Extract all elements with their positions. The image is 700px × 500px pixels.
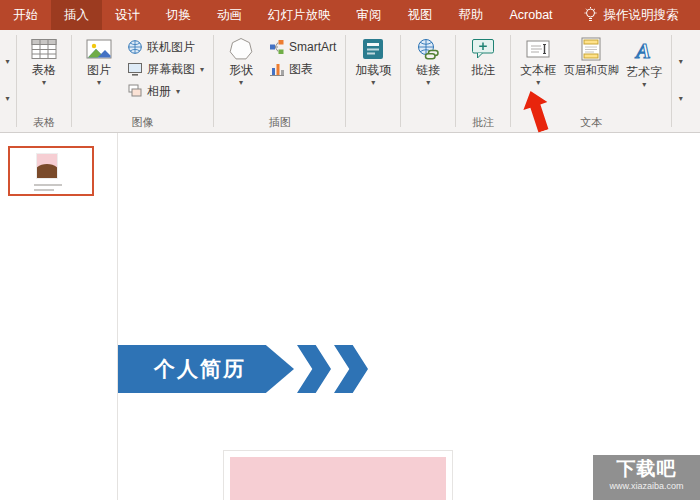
tab-help[interactable]: 帮助: [446, 0, 497, 30]
tab-insert[interactable]: 插入: [51, 0, 102, 30]
group-divider: [345, 35, 346, 127]
textbox-button[interactable]: 文本框 ▾: [515, 32, 561, 86]
watermark-title: 下载吧: [593, 458, 700, 480]
ribbon-group-illustrations: 形状 ▾ SmartArt 图表: [215, 30, 344, 132]
pictures-button-label: 图片: [87, 63, 111, 77]
caret-down-icon: ▾: [42, 79, 46, 86]
table-button[interactable]: 表格 ▾: [21, 32, 67, 86]
slide-thumbnail-panel: [0, 133, 118, 500]
links-button-label: 链接: [416, 63, 440, 77]
ribbon-tab-bar: 开始 插入 设计 切换 动画 幻灯片放映 审阅 视图 帮助 Acrobat 操作…: [0, 0, 700, 30]
screenshot-label: 屏幕截图: [147, 61, 195, 78]
thumbnail-portrait: [36, 153, 58, 179]
online-pictures-icon: [127, 39, 143, 55]
group-divider: [16, 35, 17, 127]
group-label-addins: [350, 115, 396, 132]
group-label-comments: 批注: [460, 115, 506, 132]
photo-album-button[interactable]: 相册 ▾: [122, 80, 209, 102]
wordart-button-label: 艺术字: [626, 65, 662, 79]
portrait-image[interactable]: [224, 451, 452, 500]
tab-transitions[interactable]: 切换: [153, 0, 204, 30]
caret-down-icon: ▾: [176, 88, 180, 95]
shapes-button[interactable]: 形状 ▾: [218, 32, 264, 86]
banner-title-text: 个人简历: [154, 355, 246, 383]
resume-title-banner[interactable]: 个人简历: [118, 345, 368, 393]
online-pictures-label: 联机图片: [147, 39, 195, 56]
slide-canvas[interactable]: 个人简历 下载吧 www.xiazaiba.com: [118, 133, 700, 500]
pictures-button[interactable]: 图片 ▾: [76, 32, 122, 86]
photo-album-icon: [127, 83, 143, 99]
group-divider: [510, 35, 511, 127]
screenshot-icon: [127, 61, 143, 77]
addins-button-label: 加载项: [355, 63, 391, 77]
caret-down-icon: ▾: [239, 79, 243, 86]
chart-icon: [269, 61, 285, 77]
new-comment-button[interactable]: 批注: [460, 32, 506, 77]
addins-button[interactable]: 加载项 ▾: [350, 32, 396, 86]
tab-animations[interactable]: 动画: [204, 0, 255, 30]
watermark-url: www.xiazaiba.com: [593, 480, 700, 492]
banner-arrow-shape[interactable]: 个人简历: [118, 345, 294, 393]
wordart-icon: A: [631, 37, 657, 63]
thumbnail-text-line: [34, 184, 62, 186]
header-footer-icon: [578, 37, 604, 61]
lightbulb-icon: [584, 7, 597, 23]
caret-down-icon: ▾: [371, 79, 375, 86]
tab-slideshow[interactable]: 幻灯片放映: [255, 0, 344, 30]
caret-down-icon: ▾: [642, 81, 646, 88]
group-label-illustrations: 插图: [218, 115, 341, 132]
ribbon-group-comments: 批注 批注: [457, 30, 509, 132]
caret-down-icon: ▾: [426, 79, 430, 86]
content-area: 个人简历 下载吧 www.xiazaiba.com: [0, 133, 700, 500]
tab-home[interactable]: 开始: [0, 0, 51, 30]
picture-icon: [86, 37, 112, 61]
banner-chevron-shape[interactable]: [334, 345, 368, 393]
ribbon-group-images: 图片 ▾ 联机图片 屏幕截图 ▾: [73, 30, 212, 132]
links-button[interactable]: 链接 ▾: [405, 32, 451, 86]
group-label-links: [405, 115, 451, 132]
tell-me-search[interactable]: 操作说明搜索: [574, 0, 689, 30]
caret-down-icon: ▾: [97, 79, 101, 86]
chart-label: 图表: [289, 61, 313, 78]
clipped-left-group[interactable]: ▾ ▾: [0, 30, 15, 132]
thumbnail-portrait-hair: [36, 164, 58, 179]
group-divider: [213, 35, 214, 127]
comment-icon: [470, 37, 496, 61]
shapes-icon: [228, 37, 254, 61]
caret-down-icon: ▾: [679, 58, 683, 65]
watermark: 下载吧 www.xiazaiba.com: [593, 455, 700, 500]
ribbon-group-links: 链接 ▾: [402, 30, 454, 132]
smartart-button[interactable]: SmartArt: [264, 36, 341, 58]
group-divider: [71, 35, 72, 127]
smartart-icon: [269, 39, 285, 55]
online-pictures-button[interactable]: 联机图片: [122, 36, 209, 58]
group-divider: [455, 35, 456, 127]
tab-review[interactable]: 审阅: [344, 0, 395, 30]
group-divider: [671, 35, 672, 127]
svg-text:A: A: [634, 38, 651, 63]
header-footer-button[interactable]: 页眉和页脚: [561, 32, 621, 77]
screenshot-button[interactable]: 屏幕截图 ▾: [122, 58, 209, 80]
powerpoint-window: 开始 插入 设计 切换 动画 幻灯片放映 审阅 视图 帮助 Acrobat 操作…: [0, 0, 700, 500]
tab-view[interactable]: 视图: [395, 0, 446, 30]
tab-design[interactable]: 设计: [102, 0, 153, 30]
textbox-icon: [525, 37, 551, 61]
caret-down-icon: ▾: [5, 95, 9, 102]
chart-button[interactable]: 图表: [264, 58, 341, 80]
clipped-right-group[interactable]: ▾ ▾: [673, 30, 688, 132]
shapes-button-label: 形状: [229, 63, 253, 77]
caret-down-icon: ▾: [679, 95, 683, 102]
slide-thumbnail-1[interactable]: [8, 146, 94, 196]
tab-acrobat[interactable]: Acrobat: [497, 0, 566, 30]
ribbon-group-addins: 加载项 ▾: [347, 30, 399, 132]
photo-album-label: 相册: [147, 83, 171, 100]
wordart-button[interactable]: A 艺术字 ▾: [621, 32, 667, 88]
group-label-table: 表格: [21, 115, 67, 132]
banner-chevron-shape[interactable]: [297, 345, 331, 393]
group-label-images: 图像: [76, 115, 209, 132]
caret-down-icon: ▾: [536, 79, 540, 86]
ribbon-group-table: 表格 ▾ 表格: [18, 30, 70, 132]
link-globe-icon: [415, 37, 441, 61]
thumbnail-text-line: [34, 189, 54, 191]
addins-icon: [360, 37, 386, 61]
